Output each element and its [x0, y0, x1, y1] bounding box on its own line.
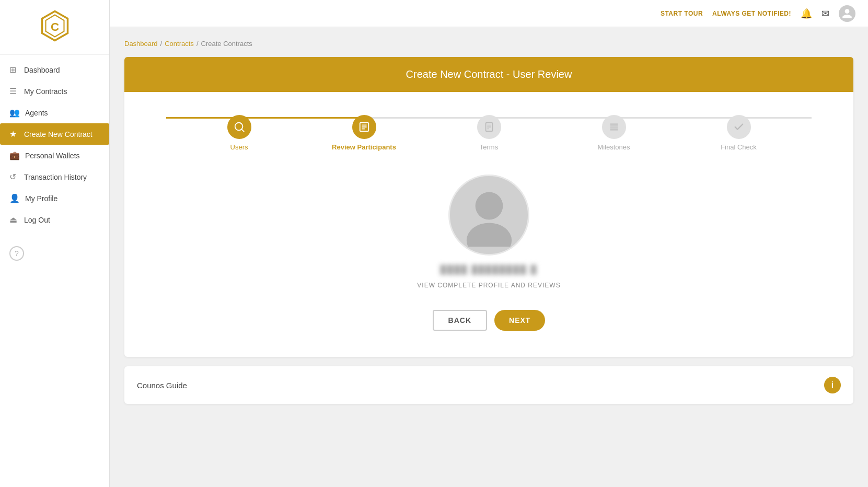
next-button[interactable]: NEXT [494, 310, 545, 331]
breadcrumb: Dashboard / Contracts / Create Contracts [124, 40, 853, 48]
start-tour-link[interactable]: START TOUR [661, 10, 703, 17]
sidebar-item-my-profile-label: My Profile [25, 194, 57, 203]
stepper: Users Review Participants Te [156, 102, 822, 156]
svg-point-17 [475, 192, 503, 219]
username-display: ████ ████████ █ [440, 265, 537, 274]
step-terms-circle[interactable] [477, 115, 501, 139]
main-area: START TOUR ALWAYS GET NOTIFIED! 🔔 ✉ Dash… [110, 0, 868, 487]
profile-area: ████ ████████ █ VIEW COMPLETE PROFILE AN… [124, 159, 853, 357]
sidebar-item-dashboard[interactable]: ⊞ Dashboard [0, 59, 109, 80]
help-section: ? [0, 236, 33, 271]
breadcrumb-sep1: / [160, 40, 163, 48]
user-avatar[interactable] [839, 5, 855, 22]
svg-point-3 [235, 123, 242, 131]
sidebar-nav: ⊞ Dashboard ☰ My Contracts 👥 Agents ★ Cr… [0, 59, 109, 230]
history-icon: ↺ [9, 172, 19, 182]
guide-card: Counos Guide i [124, 366, 853, 404]
step-milestones-circle[interactable] [602, 115, 626, 139]
svg-point-18 [466, 223, 511, 247]
view-profile-link[interactable]: VIEW COMPLETE PROFILE AND REVIEWS [417, 282, 560, 289]
svg-line-4 [241, 130, 244, 132]
sidebar-item-agents-label: Agents [25, 109, 48, 117]
svg-text:C: C [50, 20, 59, 33]
sidebar-item-my-contracts[interactable]: ☰ My Contracts [0, 80, 109, 102]
step-final-check: Final Check [676, 115, 801, 151]
sidebar-item-transaction-history[interactable]: ↺ Transaction History [0, 166, 109, 188]
step-review-participants: Review Participants [302, 115, 426, 151]
page-content: Dashboard / Contracts / Create Contracts… [110, 27, 868, 487]
wallet-icon: 💼 [9, 150, 20, 160]
guide-info-button[interactable]: i [824, 377, 841, 393]
person-icon: 👤 [9, 193, 20, 203]
step-users-label: Users [230, 143, 248, 151]
sidebar-item-transaction-history-label: Transaction History [24, 173, 87, 181]
breadcrumb-sep2: / [196, 40, 199, 48]
sidebar: C ⊞ Dashboard ☰ My Contracts 👥 Agents ★ … [0, 0, 110, 487]
guide-label: Counos Guide [137, 381, 187, 390]
page-title: Create New Contract - User Review [406, 68, 572, 80]
sidebar-item-personal-wallets[interactable]: 💼 Personal Wallets [0, 145, 109, 166]
help-button[interactable]: ? [9, 246, 24, 261]
sidebar-item-agents[interactable]: 👥 Agents [0, 102, 109, 123]
notification-icon[interactable]: 🔔 [801, 8, 812, 19]
step-final-check-circle[interactable] [727, 115, 751, 139]
app-logo: C [37, 9, 73, 46]
step-final-check-label: Final Check [721, 143, 757, 151]
step-terms: Terms [426, 115, 551, 151]
main-card: Create New Contract - User Review Users [124, 57, 853, 357]
sidebar-item-log-out-label: Log Out [24, 216, 50, 224]
sidebar-item-personal-wallets-label: Personal Wallets [25, 152, 80, 160]
step-users: Users [177, 115, 302, 151]
sidebar-item-create-new-contract[interactable]: ★ Create New Contract [0, 123, 109, 145]
sidebar-item-log-out[interactable]: ⏏ Log Out [0, 209, 109, 230]
sidebar-item-dashboard-label: Dashboard [24, 66, 60, 74]
grid-icon: ⊞ [9, 65, 19, 75]
back-button[interactable]: BACK [433, 310, 487, 331]
card-header: Create New Contract - User Review [124, 57, 853, 92]
mail-icon[interactable]: ✉ [821, 8, 829, 19]
step-review-circle[interactable] [352, 115, 376, 139]
avatar-silhouette [458, 184, 520, 247]
star-icon: ★ [9, 129, 19, 139]
topbar: START TOUR ALWAYS GET NOTIFIED! 🔔 ✉ [110, 0, 868, 27]
breadcrumb-dashboard[interactable]: Dashboard [124, 40, 158, 48]
breadcrumb-contracts[interactable]: Contracts [165, 40, 194, 48]
breadcrumb-current: Create Contracts [201, 40, 252, 48]
sidebar-item-my-contracts-label: My Contracts [24, 87, 67, 96]
step-users-circle[interactable] [227, 115, 251, 139]
step-terms-label: Terms [480, 143, 498, 151]
sidebar-item-my-profile[interactable]: 👤 My Profile [0, 188, 109, 209]
logo-container: C [0, 0, 109, 55]
step-milestones: Milestones [551, 115, 676, 151]
sidebar-item-create-contract-label: Create New Contract [24, 130, 92, 138]
list-icon: ☰ [9, 86, 19, 96]
step-review-label: Review Participants [332, 143, 396, 151]
people-icon: 👥 [9, 108, 20, 118]
always-notify-link[interactable]: ALWAYS GET NOTIFIED! [712, 10, 791, 17]
action-buttons: BACK NEXT [433, 310, 546, 331]
stepper-container: Users Review Participants Te [124, 92, 853, 159]
user-avatar-large [448, 175, 529, 256]
step-milestones-label: Milestones [597, 143, 630, 151]
logout-icon: ⏏ [9, 215, 19, 225]
